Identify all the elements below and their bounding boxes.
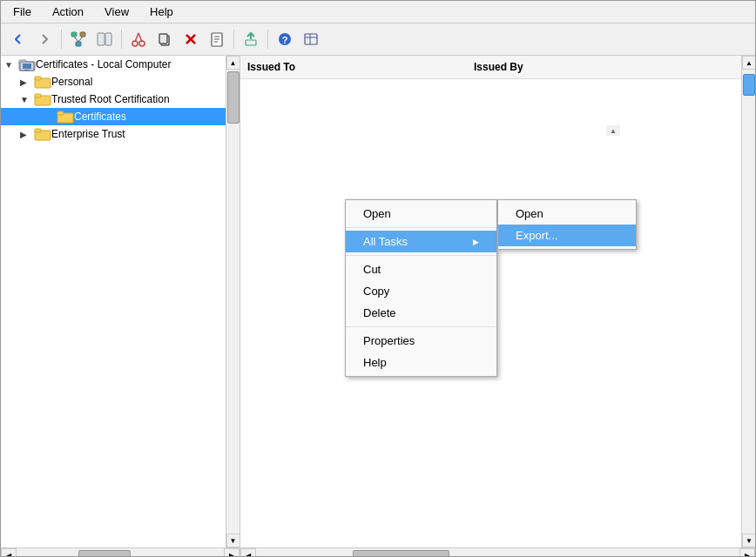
- menu-action[interactable]: Action: [47, 3, 89, 20]
- toolbar-sep-1: [61, 30, 62, 49]
- context-open[interactable]: Open: [346, 203, 496, 225]
- right-hscroll-left[interactable]: ◀: [240, 548, 256, 558]
- show-hide-button[interactable]: [92, 27, 117, 51]
- tree-vscroll-up[interactable]: ▲: [226, 56, 240, 70]
- context-help-label: Help: [363, 356, 387, 369]
- submenu-export[interactable]: Export...: [498, 225, 636, 246]
- svg-rect-34: [35, 94, 41, 97]
- context-copy-label: Copy: [363, 285, 389, 298]
- svg-line-10: [138, 33, 142, 42]
- menu-view[interactable]: View: [99, 3, 134, 20]
- tree-root-label: Certificates - Local Computer: [36, 58, 171, 70]
- left-hscroll-left[interactable]: ◀: [1, 548, 17, 558]
- tree-item-certificates[interactable]: Certificates: [1, 108, 226, 125]
- tree-item-enterprise-trust[interactable]: ▶ Enterprise Trust: [1, 125, 226, 143]
- right-vscroll-up[interactable]: ▲: [742, 56, 755, 70]
- right-panel-inner: ▲ Issued To Issued By ▲ ▼: [240, 56, 755, 547]
- menu-help[interactable]: Help: [145, 3, 179, 20]
- context-sep-1: [346, 227, 496, 228]
- svg-rect-19: [246, 40, 256, 45]
- context-cut-label: Cut: [363, 263, 381, 276]
- toolbar-sep-2: [121, 30, 122, 49]
- certificates-label: Certificates: [74, 111, 126, 123]
- personal-arrow: ▶: [20, 77, 34, 87]
- context-properties-label: Properties: [363, 334, 415, 347]
- main-content: ▼ Certificates - Local Computer ▶: [1, 56, 755, 547]
- delete-button[interactable]: [179, 27, 203, 51]
- tree-vscroll-thumb[interactable]: [227, 71, 240, 124]
- svg-rect-36: [57, 111, 64, 115]
- toolbar-sep-3: [233, 30, 234, 49]
- submenu-open[interactable]: Open: [498, 203, 636, 225]
- right-panel: ▲ Issued To Issued By ▲ ▼ O: [240, 56, 755, 547]
- trusted-root-folder-icon: [34, 92, 51, 106]
- svg-rect-29: [23, 64, 31, 69]
- tree-icon-button[interactable]: [66, 27, 91, 51]
- issued-by-header[interactable]: Issued By: [467, 59, 741, 75]
- root-icon: [18, 57, 36, 71]
- right-hscroll-thumb[interactable]: [353, 550, 449, 557]
- svg-rect-23: [305, 34, 317, 44]
- context-menu: Open All Tasks ▶ Cut Copy Delete Propert…: [345, 199, 497, 377]
- menu-file[interactable]: File: [8, 3, 37, 20]
- tree-vscroll-down[interactable]: ▼: [226, 534, 240, 547]
- export-button[interactable]: [239, 27, 263, 51]
- tree-panel-inner: ▼ Certificates - Local Computer ▶: [1, 56, 240, 547]
- tree-vscroll-track[interactable]: [226, 70, 240, 534]
- left-hscroll-right[interactable]: ▶: [224, 548, 240, 558]
- enterprise-trust-folder-icon: [34, 127, 51, 141]
- right-hscroll-right[interactable]: ▶: [739, 548, 755, 558]
- right-vscroll-track[interactable]: [742, 70, 755, 534]
- root-arrow: ▼: [4, 60, 18, 70]
- tree-root[interactable]: ▼ Certificates - Local Computer: [1, 56, 226, 73]
- context-sep-2: [346, 255, 496, 256]
- right-vscroll-thumb[interactable]: [743, 74, 755, 96]
- properties-button[interactable]: [205, 27, 229, 51]
- list-scroll-up[interactable]: ▲: [606, 125, 620, 136]
- menu-bar: File Action View Help: [1, 1, 755, 23]
- toolbar-sep-4: [267, 30, 268, 49]
- context-properties[interactable]: Properties: [346, 330, 496, 352]
- context-all-tasks[interactable]: All Tasks ▶: [346, 231, 496, 252]
- submenu-export-label: Export...: [516, 229, 557, 242]
- toolbar: ?: [1, 23, 755, 56]
- context-help[interactable]: Help: [346, 352, 496, 373]
- tree-panel: ▼ Certificates - Local Computer ▶: [1, 56, 240, 547]
- submenu: Open Export...: [497, 199, 637, 250]
- issued-to-header[interactable]: Issued To: [240, 59, 467, 75]
- list-header: ▲ Issued To Issued By: [240, 56, 741, 79]
- bottom-scroll-area: ◀ ▶ ◀ ▶: [1, 547, 755, 557]
- certificates-folder-icon: [57, 110, 74, 124]
- context-sep-3: [346, 326, 496, 327]
- tree-area: ▼ Certificates - Local Computer ▶: [1, 56, 226, 547]
- help-button[interactable]: ?: [273, 27, 297, 51]
- svg-rect-38: [35, 129, 41, 132]
- left-hscroll-thumb[interactable]: [78, 550, 131, 557]
- tree-item-trusted-root[interactable]: ▼ Trusted Root Certification: [1, 91, 226, 108]
- personal-folder-icon: [34, 75, 51, 89]
- right-hscroll-track[interactable]: [256, 548, 739, 557]
- back-button[interactable]: [6, 27, 30, 51]
- context-copy[interactable]: Copy: [346, 280, 496, 302]
- context-delete-label: Delete: [363, 306, 396, 319]
- personal-label: Personal: [51, 76, 92, 88]
- trusted-root-label: Trusted Root Certification: [51, 93, 170, 105]
- svg-line-4: [78, 37, 83, 42]
- tree-item-personal[interactable]: ▶ Personal: [1, 73, 226, 91]
- context-cut[interactable]: Cut: [346, 258, 496, 280]
- svg-rect-12: [159, 34, 167, 44]
- copy-button[interactable]: [152, 27, 177, 51]
- forward-button[interactable]: [32, 27, 57, 51]
- bottom-scroll-left: ◀ ▶: [1, 548, 240, 557]
- cut-button[interactable]: [126, 27, 151, 51]
- enterprise-trust-label: Enterprise Trust: [51, 128, 125, 140]
- svg-rect-1: [80, 32, 85, 37]
- context-all-tasks-label: All Tasks: [363, 235, 408, 248]
- context-delete[interactable]: Delete: [346, 302, 496, 324]
- svg-rect-2: [76, 42, 81, 46]
- context-open-label: Open: [363, 207, 391, 220]
- left-hscroll-track[interactable]: [17, 548, 224, 557]
- svg-rect-32: [35, 77, 41, 80]
- extended-view-button[interactable]: [299, 27, 323, 51]
- right-vscroll-down[interactable]: ▼: [742, 534, 755, 547]
